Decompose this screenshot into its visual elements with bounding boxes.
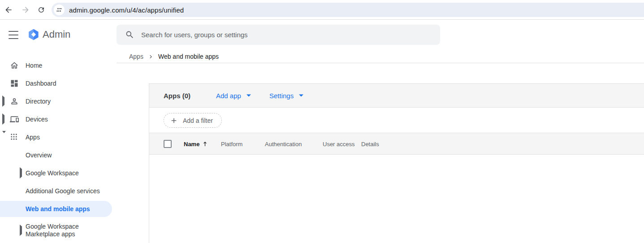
sidebar-item-web-and-mobile-apps[interactable]: Web and mobile apps [0,201,112,217]
select-all-checkbox[interactable] [164,140,172,148]
plus-icon [170,117,178,125]
browser-reload-icon[interactable] [36,5,46,15]
header-divider [117,63,644,63]
browser-back-icon[interactable] [4,5,13,15]
sidebar-item-overview[interactable]: Overview [0,146,112,164]
column-header-details[interactable]: Details [361,140,379,147]
column-header-user-access[interactable]: User access [323,140,355,147]
breadcrumb-current-page: Web and mobile apps [158,53,219,60]
main-menu-icon[interactable] [9,31,18,39]
directory-person-icon [10,97,19,106]
chevron-down-icon [299,95,303,97]
devices-icon [10,115,19,124]
expand-right-icon[interactable] [20,226,22,234]
sidebar-item-label: Dashboard [26,80,56,87]
expand-right-icon[interactable] [20,169,22,177]
breadcrumb-apps-link[interactable]: Apps [129,53,143,60]
sidebar-item-directory[interactable]: Directory [0,92,112,110]
apps-table-panel: Apps (0) Add app Settings Add a filter N… [149,83,644,243]
settings-button[interactable]: Settings [269,92,303,100]
sidebar-item-label: Web and mobile apps [26,205,90,213]
sidebar-item-dashboard[interactable]: Dashboard [0,74,112,92]
column-header-platform[interactable]: Platform [221,140,242,147]
google-admin-logo[interactable] [27,28,40,41]
sidebar-item-devices[interactable]: Devices [0,110,112,128]
search-input[interactable] [141,31,410,39]
column-header-name[interactable]: Name [184,140,199,147]
sidebar-item-home[interactable]: Home [0,56,112,74]
sidebar-item-label: Google Workspace [26,169,79,177]
sidebar-item-label: Home [26,62,42,69]
sidebar-item-apps[interactable]: Apps [0,128,112,146]
sidebar-item-label: Google Workspace Marketplace apps [26,223,88,238]
filter-bar: Add a filter [149,108,644,133]
chevron-down-icon [246,95,251,97]
sort-ascending-icon[interactable] [202,140,208,147]
add-app-button[interactable]: Add app [216,92,251,100]
sidebar-item-google-workspace[interactable]: Google Workspace [0,164,112,182]
add-filter-button[interactable]: Add a filter [164,113,222,128]
admin-search-bar[interactable] [117,25,440,45]
sidebar-item-label: Apps [26,134,40,141]
dashboard-icon [10,79,19,88]
address-bar[interactable]: admin.google.com/u/4/ac/apps/unified [52,3,644,17]
sidebar-item-label: Additional Google services [26,187,100,195]
browser-forward-icon[interactable] [21,5,30,15]
apps-grid-icon [10,133,19,142]
sidebar-item-label: Overview [26,152,52,159]
sidebar-item-label: Directory [26,98,51,105]
site-settings-icon[interactable] [54,4,65,15]
breadcrumb: Apps Web and mobile apps [129,52,219,61]
product-name: Admin [43,29,70,40]
expand-right-icon[interactable] [2,97,4,105]
browser-toolbar: admin.google.com/u/4/ac/apps/unified [0,0,644,20]
column-header-authentication[interactable]: Authentication [265,140,302,147]
sidebar-item-label: Devices [26,116,48,123]
search-icon [125,30,134,39]
expand-down-icon[interactable] [2,133,6,141]
sidebar-item-additional-google-services[interactable]: Additional Google services [0,182,112,200]
apps-toolbar: Apps (0) Add app Settings [149,84,644,108]
home-icon [10,61,19,70]
apps-count-title: Apps (0) [164,92,190,100]
table-header-row: Name Platform Authentication User access… [149,133,644,155]
sidebar-nav: Home Dashboard Directory Devices Apps [0,56,112,243]
url-text: admin.google.com/u/4/ac/apps/unified [69,6,184,14]
table-body-empty [149,155,644,243]
sidebar-item-gw-marketplace-apps[interactable]: Google Workspace Marketplace apps [0,218,112,243]
chevron-right-icon [147,53,154,60]
expand-right-icon[interactable] [2,115,4,123]
